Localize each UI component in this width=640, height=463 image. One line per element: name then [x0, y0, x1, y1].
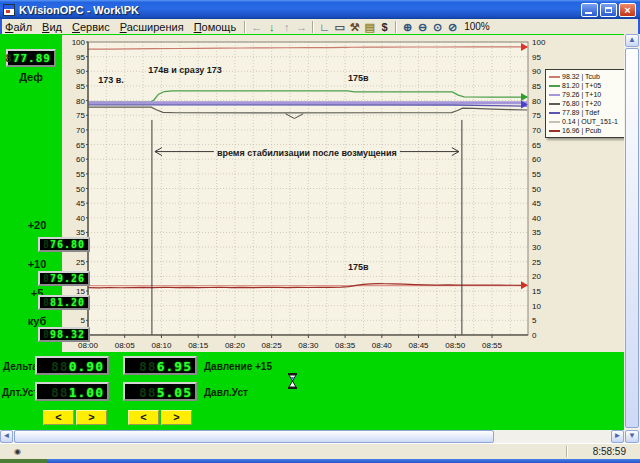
legend-entry-Tdef: 77.89 | Tdef: [549, 108, 627, 117]
y-tick-left: 85: [76, 82, 85, 91]
delta-set-display: 888.881.00: [35, 382, 109, 401]
cube-label: куб: [14, 315, 60, 327]
y-tick-right: 65: [532, 141, 541, 150]
stabilization-annotation: время стабилизации после возмущения: [217, 148, 397, 158]
x-tick-5: 08:25: [262, 341, 283, 350]
legend-entry-Pcub: 16.96 | Pcub: [549, 126, 627, 135]
horizontal-scroll-thumb[interactable]: [14, 430, 494, 443]
pressure-increase-button[interactable]: >: [161, 410, 192, 425]
x-tick-8: 08:40: [372, 341, 393, 350]
x-tick-10: 08:50: [445, 341, 466, 350]
x-tick-4: 08:20: [225, 341, 246, 350]
vertical-scrollbar[interactable]: ▲ ▼: [624, 34, 640, 443]
status-separator: [566, 446, 568, 457]
scroll-up-button[interactable]: ▲: [625, 34, 639, 47]
y-tick-left: 90: [76, 67, 85, 76]
minimize-button[interactable]: [581, 3, 598, 17]
y-tick-right: 50: [532, 185, 541, 194]
toolbar-separator: [395, 21, 397, 33]
select-region-icon[interactable]: ▭: [332, 20, 347, 34]
toolbar-separator: [244, 21, 246, 33]
x-tick-7: 08:35: [335, 341, 356, 350]
chart-legend: 98.32 | Tcub81.20 | T+0579.26 | T+1076.8…: [545, 69, 628, 138]
y-tick-right: 55: [532, 170, 541, 179]
legend-swatch: [549, 112, 560, 114]
y-tick-right: 35: [532, 228, 541, 237]
cube-display: 888.8898.32: [38, 327, 90, 342]
x-tick-2: 08:10: [151, 341, 172, 350]
legend-swatch: [549, 76, 560, 78]
nav-left-icon[interactable]: ←: [249, 20, 264, 34]
y-tick-right: 75: [532, 111, 541, 120]
y-tick-left: 70: [76, 126, 85, 135]
x-tick-11: 08:55: [482, 341, 503, 350]
chart-annotation-2: 175в: [348, 73, 369, 83]
def-display: 888.8877.89: [6, 49, 56, 67]
chart-annotation-0: 173 в.: [98, 75, 124, 85]
chart-annotation-3: 175в: [348, 262, 369, 272]
delta-display: 888.880.90: [35, 356, 109, 375]
y-tick-left: 5: [81, 316, 86, 325]
pressure-set-display: 888.885.05: [123, 382, 197, 401]
menu-item-2[interactable]: Сервис: [67, 20, 115, 34]
y-tick-right: 45: [532, 199, 541, 208]
zoom-100-icon[interactable]: ⊙: [430, 20, 445, 34]
menu-item-3[interactable]: Расширения: [115, 20, 189, 34]
nav-up-icon[interactable]: ↑: [279, 20, 294, 34]
horizontal-scrollbar[interactable]: ◄ ►: [0, 430, 624, 443]
t10-display: 888.8879.26: [38, 271, 90, 286]
menu-item-4[interactable]: Помощь: [189, 20, 242, 34]
zoom-in-icon[interactable]: ⊕: [400, 20, 415, 34]
restore-button[interactable]: [600, 3, 617, 17]
title-bar: KVisionOPC - Work\PK ×: [0, 0, 640, 19]
legend-swatch: [549, 85, 560, 87]
delta-decrease-button[interactable]: <: [43, 410, 74, 425]
y-tick-right: 30: [532, 243, 541, 252]
y-tick-right: 40: [532, 214, 541, 223]
zoom-out-icon[interactable]: ⊖: [415, 20, 430, 34]
pressure-display: 888.886.95: [123, 356, 197, 375]
axes-icon[interactable]: ∟: [317, 20, 332, 34]
y-tick-left: 50: [76, 185, 85, 194]
currency-icon[interactable]: $: [377, 20, 392, 34]
y-tick-right: 95: [532, 53, 541, 62]
scroll-down-button[interactable]: ▼: [625, 430, 639, 443]
trend-chart[interactable]: время стабилизации после возмущения173 в…: [62, 35, 625, 352]
x-tick-9: 08:45: [409, 341, 430, 350]
nav-down-icon[interactable]: ↓: [264, 20, 279, 34]
chart-annotation-1: 174в и сразу 173: [148, 65, 221, 75]
y-tick-right: 70: [532, 126, 541, 135]
menu-item-1[interactable]: Вид: [37, 20, 67, 34]
y-tick-right: 5: [532, 316, 537, 325]
scroll-left-button[interactable]: ◄: [0, 430, 13, 443]
status-clock: 8:58:59: [593, 446, 626, 457]
y-tick-left: 45: [76, 199, 85, 208]
y-tick-right: 80: [532, 97, 541, 106]
legend-entry-T+10: 79.26 | T+10: [549, 90, 627, 99]
zoom-fit-icon[interactable]: ⊘: [445, 20, 460, 34]
status-icon: ◉: [14, 447, 21, 456]
legend-entry-T+20: 76.80 | T+20: [549, 99, 627, 108]
legend-swatch: [549, 94, 560, 96]
legend-swatch: [549, 121, 560, 123]
y-tick-right: 20: [532, 272, 541, 281]
y-tick-left: 80: [76, 97, 85, 106]
tools-icon[interactable]: ⚒: [347, 20, 362, 34]
status-bar: ◉ 8:58:59: [0, 443, 640, 460]
y-tick-left: 55: [76, 170, 85, 179]
t20-label: +20: [14, 219, 60, 231]
notes-icon[interactable]: ▤: [362, 20, 377, 34]
menu-item-0[interactable]: Файл: [0, 20, 37, 34]
t05-display: 888.8881.20: [38, 295, 90, 310]
vertical-scroll-thumb[interactable]: [625, 48, 639, 428]
y-tick-left: 95: [76, 53, 85, 62]
delta-increase-button[interactable]: >: [76, 410, 107, 425]
pressure-set-label: Давл.Уст: [204, 387, 248, 398]
close-button[interactable]: ×: [619, 3, 636, 17]
legend-entry-Tcub: 98.32 | Tcub: [549, 72, 627, 81]
scroll-right-button[interactable]: ►: [611, 430, 624, 443]
pressure-decrease-button[interactable]: <: [128, 410, 159, 425]
nav-right-icon[interactable]: →: [294, 20, 309, 34]
pressure-label: Давление +15: [204, 361, 272, 372]
y-tick-left: 100: [72, 38, 86, 47]
